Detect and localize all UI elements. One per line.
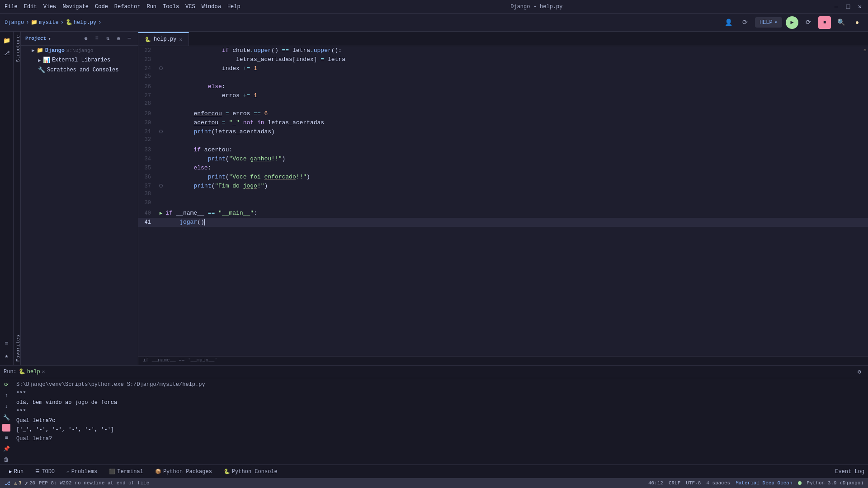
close-console-icon[interactable]: ≡ — [1, 433, 11, 442]
run-tab-close[interactable]: ✕ — [42, 369, 45, 375]
breadcrumb-project[interactable]: Django — [5, 19, 24, 26]
line-ending[interactable]: CRLF — [669, 480, 680, 486]
user-icon[interactable]: 👤 — [722, 16, 735, 29]
menu-tools[interactable]: Tools — [163, 4, 179, 10]
tab-close-button[interactable]: ✕ — [179, 37, 182, 42]
code-editor[interactable]: ⚠ 22 if chute.upper() == letra.upper(): … — [138, 46, 868, 356]
file-tree: Project ▾ ⊕ ≡ ⇅ ⚙ — ▶ 📁 Django S:\Django… — [21, 32, 138, 365]
code-line-34: 34 print("Voce ganhou!!") — [138, 155, 868, 164]
favorites-tab[interactable]: Favorites — [14, 331, 20, 365]
scroll-down-icon[interactable]: ↓ — [1, 402, 11, 411]
tab-help-py[interactable]: 🐍 help.py ✕ — [138, 32, 189, 46]
cursor-position[interactable]: 40:12 — [648, 480, 663, 486]
fold-marker-24 — [159, 66, 163, 70]
line-num-30: 30 — [140, 120, 156, 126]
btab-terminal[interactable]: ⬛ Terminal — [104, 467, 149, 477]
search-button[interactable]: 🔍 — [835, 16, 847, 29]
warning-icon: ⚠ — [14, 480, 17, 486]
pep8-message: PEP 8: W292 no newline at end of file — [39, 480, 149, 486]
favorites-icon[interactable]: ★ — [1, 351, 12, 361]
run-line-button-40[interactable]: ▶ — [160, 210, 163, 216]
folder-icon: 📁 — [37, 47, 43, 54]
status-warnings: ⚠ 3 — [14, 480, 21, 486]
breadcrumb-file[interactable]: 🐍 help.py — [66, 19, 96, 26]
btab-problems[interactable]: ⚠ Problems — [61, 467, 103, 477]
trash-icon[interactable]: 🗑 — [1, 455, 11, 465]
breadcrumb-folder[interactable]: 📁 mysite — [31, 19, 58, 26]
build-icon[interactable]: 🔧 — [1, 413, 11, 422]
pyconsole-tab-icon: 🐍 — [224, 469, 230, 474]
console-out-2: olá, bem vindo ao jogo de forca — [16, 398, 864, 407]
locate-file-icon[interactable]: ⊕ — [82, 34, 90, 42]
vcs-icon[interactable]: ⎇ — [1, 48, 12, 59]
code-line-23: 23 letras_acertadas[index] = letra — [138, 55, 868, 64]
btab-run[interactable]: ▶ Run — [4, 467, 29, 477]
console-settings-icon[interactable]: ⚙ — [854, 367, 864, 377]
menu-run[interactable]: Run — [146, 4, 156, 10]
structure-tab[interactable]: Structure — [14, 32, 20, 66]
git-icon[interactable]: ⎇ — [5, 480, 10, 486]
line-content-41: jogar() — [165, 218, 866, 227]
project-label: Project — [25, 36, 46, 41]
structure-icon[interactable]: ≡ — [1, 338, 12, 349]
project-dropdown[interactable]: ▾ — [48, 36, 51, 42]
vertical-labels: Structure Favorites — [14, 32, 21, 365]
sort-icon[interactable]: ⇅ — [104, 34, 112, 42]
minimize-button[interactable]: — — [833, 3, 840, 10]
menu-edit[interactable]: Edit — [24, 4, 37, 10]
close-button[interactable]: ✕ — [856, 3, 863, 10]
btab-todo[interactable]: ☰ TODO — [30, 467, 60, 477]
scroll-up-icon[interactable]: ↑ — [1, 391, 11, 400]
console-out-3: *** — [16, 407, 864, 416]
help-label: HELP — [760, 19, 773, 26]
status-errors: ✗ 20 — [25, 480, 35, 486]
rerun-icon[interactable]: ⟳ — [1, 380, 11, 389]
menu-refactor[interactable]: Refactor — [114, 4, 141, 10]
event-log-label: Event Log — [835, 469, 864, 475]
bottom-tabs-bar: ▶ Run ☰ TODO ⚠ Problems ⬛ Terminal 📦 Pyt… — [0, 465, 868, 478]
run-button[interactable]: ▶ — [786, 16, 798, 29]
titlebar: File Edit View Navigate Code Refactor Ru… — [0, 0, 868, 14]
tree-item-external-libs[interactable]: ▶ 📊 External Libraries — [21, 55, 138, 65]
menu-vcs[interactable]: VCS — [185, 4, 195, 10]
close-panel-icon[interactable]: — — [125, 34, 133, 42]
line-content-23: letras_acertadas[index] = letra — [165, 55, 866, 64]
pin-icon[interactable]: 📌 — [1, 444, 11, 453]
terminal-tab-icon: ⬛ — [109, 469, 115, 474]
event-log-link[interactable]: Event Log — [835, 469, 864, 475]
titlebar-menu: File Edit View Navigate Code Refactor Ru… — [5, 4, 241, 10]
tab-filename: help.py — [154, 36, 176, 42]
btab-python-console[interactable]: 🐍 Python Console — [218, 467, 283, 477]
settings-icon[interactable]: ⚙ — [114, 34, 123, 42]
menu-navigate[interactable]: Navigate — [62, 4, 89, 10]
menu-code[interactable]: Code — [95, 4, 108, 10]
menu-view[interactable]: View — [43, 4, 57, 10]
menu-window[interactable]: Window — [202, 4, 221, 10]
stop-console-icon[interactable] — [2, 424, 10, 432]
theme-name[interactable]: Material Deep Ocean — [736, 480, 792, 486]
avatar-button[interactable]: ● — [851, 16, 863, 29]
update-icon[interactable]: ⟳ — [739, 16, 751, 29]
maximize-button[interactable]: □ — [844, 3, 852, 10]
help-button[interactable]: HELP ▾ — [755, 17, 782, 28]
run-tab-icon: ▶ — [9, 469, 12, 474]
error-icon: ✗ — [25, 480, 28, 486]
code-line-31: 31 print(letras_acertadas) — [138, 127, 868, 136]
tree-item-scratches[interactable]: 🔧 Scratches and Consoles — [21, 65, 138, 75]
rerun-button[interactable]: ⟳ — [802, 16, 815, 29]
btab-python-packages[interactable]: 📦 Python Packages — [150, 467, 217, 477]
encoding[interactable]: UTF-8 — [686, 480, 701, 486]
indent-info[interactable]: 4 spaces — [706, 480, 730, 486]
warning-count: 3 — [19, 480, 22, 486]
menu-file[interactable]: File — [5, 4, 18, 10]
code-line-36: 36 print("Voce foi enforcado!!") — [138, 173, 868, 182]
editor-hint: if __name__ == '__main__' — [138, 356, 868, 365]
collapse-all-icon[interactable]: ≡ — [93, 34, 101, 42]
line-content-34: print("Voce ganhou!!") — [165, 155, 866, 164]
python-version[interactable]: Python 3.9 (Django) — [807, 480, 863, 486]
line-num-23: 23 — [140, 56, 156, 63]
project-icon[interactable]: 📁 — [1, 35, 12, 46]
menu-help[interactable]: Help — [227, 4, 241, 10]
tree-item-django[interactable]: ▶ 📁 Django S:\Django — [21, 46, 138, 55]
stop-button[interactable]: ■ — [818, 16, 831, 29]
